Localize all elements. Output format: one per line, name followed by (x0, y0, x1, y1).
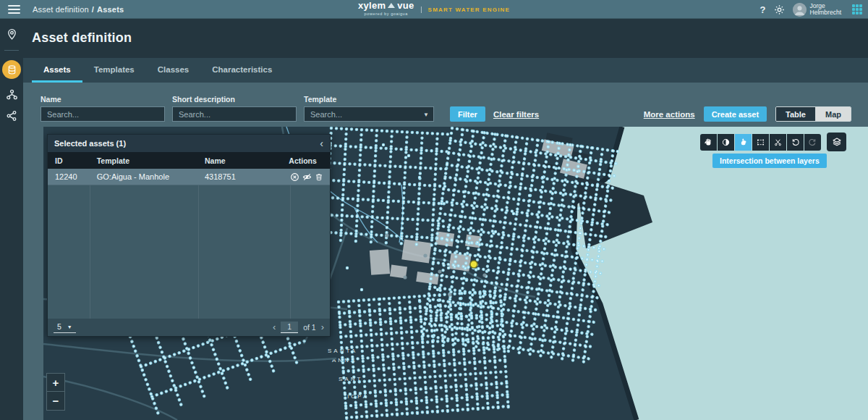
name-filter-label: Name (41, 95, 165, 104)
short-description-filter-label: Short description (172, 95, 297, 104)
sidebar (0, 19, 23, 420)
sidebar-item-share-network[interactable] (6, 110, 17, 122)
logo-brand-text: xylem (358, 2, 386, 9)
short-description-filter-field: Short description (172, 95, 297, 122)
place-label: SANT (339, 376, 362, 382)
cell-name: 4318751 (197, 172, 289, 181)
breadcrumb-section[interactable]: Asset definition (33, 5, 89, 14)
zoom-in-button[interactable]: + (46, 373, 65, 392)
page-size-select[interactable]: 5 ▼ (54, 322, 76, 333)
map-view[interactable]: SANTA ANNA SANT ICPA Selected assets (1)… (43, 127, 868, 420)
next-page-icon[interactable]: › (321, 324, 324, 331)
place-label: SANTA (328, 348, 357, 354)
place-label: ANNA (332, 357, 357, 364)
invert-selection-tool-button[interactable] (718, 134, 734, 151)
view-toggle-table[interactable]: Table (776, 107, 816, 121)
apps-grid-icon[interactable] (852, 4, 862, 14)
user-last-name: Helmbrecht (810, 9, 841, 17)
cut-scissors-tool-button[interactable] (770, 134, 786, 151)
page-count-label: of 1 (303, 323, 316, 332)
avatar (793, 3, 807, 17)
database-icon (2, 60, 21, 79)
logo-tagline: SMART WATER ENGINE (421, 7, 510, 13)
topbar: Asset definition/Assets xylem vue powere… (0, 0, 868, 19)
short-description-search-input[interactable] (172, 106, 297, 122)
title-band: Asset definition (23, 19, 868, 58)
view-toggle-map[interactable]: Map (816, 107, 851, 121)
cell-template: GO:Aigua - Manhole (90, 172, 197, 181)
hamburger-menu-icon[interactable] (8, 5, 20, 14)
map-zoom-controls: + − (46, 373, 65, 411)
cell-actions (289, 172, 330, 182)
name-search-input[interactable] (41, 106, 165, 122)
more-actions-link[interactable]: More actions (644, 110, 695, 119)
create-asset-button[interactable]: Create asset (704, 106, 767, 122)
current-page[interactable]: 1 (281, 322, 298, 333)
sidebar-item-map-pin[interactable] (6, 28, 18, 41)
redo-button[interactable] (804, 134, 821, 151)
breadcrumb-separator: / (92, 5, 94, 14)
filter-bar: Name Short description Template ▼ Filter… (23, 83, 868, 127)
sidebar-item-hierarchy[interactable] (6, 88, 18, 101)
sidebar-item-assets-active[interactable] (2, 60, 21, 79)
clear-filters-link[interactable]: Clear filters (493, 110, 539, 119)
tab-bar: Assets Templates Classes Characteristics (23, 58, 868, 83)
settings-gear-icon[interactable] (774, 4, 785, 15)
column-header-template: Template (90, 156, 197, 165)
panel-footer: 5 ▼ ‹ 1 of 1 › (48, 319, 330, 336)
map-frame: SANTA ANNA SANT ICPA Selected assets (1)… (23, 127, 868, 420)
tab-classes[interactable]: Classes (146, 58, 200, 83)
column-header-name: Name (197, 156, 289, 165)
delete-asset-trash-icon[interactable] (315, 172, 323, 182)
logo-powered-by: powered by goaigua (365, 10, 408, 17)
breadcrumb: Asset definition/Assets (33, 5, 124, 14)
page-size-value: 5 (57, 322, 61, 331)
topbar-actions: ? Jorge Helmbrecht (760, 0, 862, 19)
app-window: Asset definition/Assets xylem vue powere… (0, 0, 868, 420)
map-toolbar (700, 134, 821, 151)
template-filter-label: Template (304, 95, 434, 104)
hide-asset-eye-off-icon[interactable] (302, 172, 312, 182)
layers-button[interactable] (827, 133, 846, 151)
table-header: ID Template Name Actions (48, 152, 330, 169)
tool-tooltip: Intersection between layers (712, 154, 827, 168)
pagination: ‹ 1 of 1 › (273, 322, 324, 333)
collapse-panel-icon[interactable]: ‹ (320, 138, 323, 148)
panel-header: Selected assets (1) ‹ (48, 135, 330, 152)
column-header-id: ID (48, 156, 90, 165)
tab-characteristics[interactable]: Characteristics (200, 58, 284, 83)
table-row[interactable]: 12240 GO:Aigua - Manhole 4318751 (48, 169, 330, 185)
sidebar-divider (4, 50, 19, 51)
panel-title: Selected assets (1) (54, 139, 126, 148)
pan-hand-tool-button[interactable] (700, 134, 717, 151)
template-search-select[interactable] (304, 106, 434, 122)
prev-page-icon[interactable]: ‹ (273, 324, 276, 331)
tab-templates[interactable]: Templates (82, 58, 146, 83)
polygon-select-tool-button[interactable] (752, 134, 769, 151)
brand-logo: xylem vue powered by goaigua SMART WATER… (358, 0, 510, 19)
select-pointer-tool-button-active[interactable] (735, 134, 752, 151)
table-body-empty (48, 185, 330, 319)
help-icon[interactable]: ? (760, 4, 766, 15)
user-menu[interactable]: Jorge Helmbrecht (793, 3, 841, 17)
tab-assets[interactable]: Assets (32, 58, 82, 83)
selected-assets-panel: Selected assets (1) ‹ ID Template Name A… (47, 134, 331, 337)
cell-id: 12240 (48, 172, 90, 181)
zoom-out-button[interactable]: − (46, 392, 65, 411)
undo-button[interactable] (787, 134, 804, 151)
place-label: ICPA (347, 393, 369, 400)
view-toggle: Table Map (775, 106, 851, 122)
breadcrumb-current: Assets (97, 5, 124, 14)
filter-button[interactable]: Filter (450, 106, 485, 122)
template-filter-field: Template ▼ (304, 95, 434, 122)
deselect-asset-icon[interactable] (290, 172, 299, 182)
chevron-down-icon: ▼ (67, 324, 72, 329)
name-filter-field: Name (41, 95, 165, 122)
logo-brand-text2: vue (397, 2, 414, 9)
logo-triangle-icon (388, 3, 395, 8)
column-header-actions: Actions (289, 156, 330, 165)
page-title: Asset definition (32, 30, 132, 46)
